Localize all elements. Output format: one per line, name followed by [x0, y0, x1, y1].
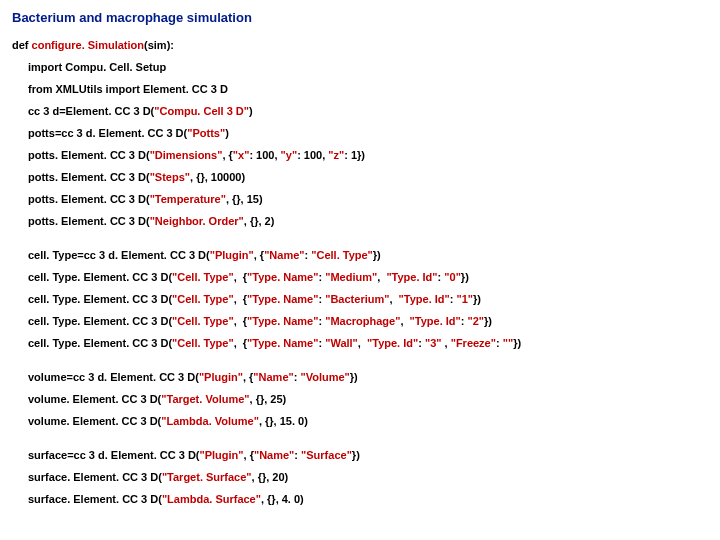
code-text: cc 3 d=Element. CC 3 D( [28, 105, 154, 117]
code-text: cell. Type. Element. CC 3 D( [28, 271, 172, 283]
string-literal: "z" [328, 149, 344, 161]
code-text: , { [234, 337, 247, 349]
string-literal: "Target. Surface" [162, 471, 252, 483]
string-literal: "Medium" [325, 271, 377, 283]
code-line: cell. Type. Element. CC 3 D("Cell. Type"… [12, 315, 708, 327]
string-literal: "Temperature" [150, 193, 226, 205]
code-text: surface=cc 3 d. Element. CC 3 D( [28, 449, 199, 461]
string-literal: "Cell. Type" [172, 337, 234, 349]
code-line: volume. Element. CC 3 D("Lambda. Volume"… [12, 415, 708, 427]
code-text: , {}, 4. 0) [261, 493, 304, 505]
code-text: : 100, [297, 149, 328, 161]
blank-line [12, 237, 708, 249]
code-text: , {}, 10000) [190, 171, 245, 183]
code-line: surface=cc 3 d. Element. CC 3 D("Plugin"… [12, 449, 708, 461]
code-text: , {}, 15. 0) [259, 415, 308, 427]
code-text: }) [350, 371, 358, 383]
code-text: }) [484, 315, 492, 327]
code-text: , {}, 25) [250, 393, 287, 405]
string-literal: "Type. Name" [247, 337, 318, 349]
string-literal: "" [503, 337, 513, 349]
code-line: cell. Type. Element. CC 3 D("Cell. Type"… [12, 293, 708, 305]
code-text: , [358, 337, 367, 349]
code-text: potts=cc 3 d. Element. CC 3 D( [28, 127, 187, 139]
string-literal: "Name" [253, 371, 293, 383]
string-literal: "Cell. Type" [172, 271, 234, 283]
code-text: , {}, 15) [226, 193, 263, 205]
code-text: cell. Type. Element. CC 3 D( [28, 337, 172, 349]
code-text: , [389, 293, 398, 305]
code-text: : [418, 337, 425, 349]
code-text: }) [373, 249, 381, 261]
code-text: , { [234, 293, 247, 305]
code-text: }) [513, 337, 521, 349]
code-text: volume. Element. CC 3 D( [28, 415, 161, 427]
string-literal: "Cell. Type" [172, 293, 234, 305]
string-literal: "0" [444, 271, 461, 283]
code-text: , { [243, 371, 253, 383]
code-text: import Compu. Cell. Setup [28, 61, 166, 73]
string-literal: "Cell. Type" [311, 249, 373, 261]
code-line: from XMLUtils import Element. CC 3 D [12, 83, 708, 95]
code-text: volume=cc 3 d. Element. CC 3 D( [28, 371, 199, 383]
code-text: , {}, 20) [252, 471, 289, 483]
code-line: potts. Element. CC 3 D("Neighbor. Order"… [12, 215, 708, 227]
string-literal: "Type. Id" [367, 337, 418, 349]
code-line: cell. Type=cc 3 d. Element. CC 3 D("Plug… [12, 249, 708, 261]
code-text: : 1}) [344, 149, 365, 161]
code-block: def configure. Simulation(sim):import Co… [12, 39, 708, 505]
code-text: cell. Type. Element. CC 3 D( [28, 293, 172, 305]
string-literal: "Lambda. Surface" [162, 493, 261, 505]
string-literal: "y" [281, 149, 298, 161]
code-text: , { [222, 149, 232, 161]
code-text: }) [352, 449, 360, 461]
code-text: , [377, 271, 386, 283]
code-line: potts. Element. CC 3 D("Dimensions", {"x… [12, 149, 708, 161]
code-text: from XMLUtils import Element. CC 3 D [28, 83, 228, 95]
code-line: def configure. Simulation(sim): [12, 39, 708, 51]
string-literal: "Type. Id" [399, 293, 450, 305]
string-literal: "Plugin" [199, 371, 243, 383]
string-literal: "Steps" [150, 171, 190, 183]
string-literal: "Plugin" [210, 249, 254, 261]
code-text: surface. Element. CC 3 D( [28, 471, 162, 483]
string-literal: "Bacterium" [325, 293, 389, 305]
code-line: volume=cc 3 d. Element. CC 3 D("Plugin",… [12, 371, 708, 383]
string-literal: "Freeze" [451, 337, 496, 349]
string-literal: "Lambda. Volume" [161, 415, 259, 427]
string-literal: "Type. Id" [410, 315, 461, 327]
string-literal: "Compu. Cell 3 D" [154, 105, 249, 117]
code-text: potts. Element. CC 3 D( [28, 171, 150, 183]
string-literal: "Potts" [187, 127, 225, 139]
slide-title: Bacterium and macrophage simulation [12, 10, 708, 25]
code-text: : [496, 337, 503, 349]
string-literal: "Target. Volume" [161, 393, 249, 405]
code-line: potts=cc 3 d. Element. CC 3 D("Potts") [12, 127, 708, 139]
code-text: ) [225, 127, 229, 139]
code-text: , { [244, 449, 254, 461]
code-text: def [12, 39, 32, 51]
code-text: }) [473, 293, 481, 305]
string-literal: "Type. Id" [386, 271, 437, 283]
code-text: volume. Element. CC 3 D( [28, 393, 161, 405]
code-text: potts. Element. CC 3 D( [28, 193, 150, 205]
code-text: }) [461, 271, 469, 283]
string-literal: "x" [233, 149, 250, 161]
string-literal: "Type. Name" [247, 315, 318, 327]
code-text: , { [234, 271, 247, 283]
string-literal: "Macrophage" [325, 315, 400, 327]
string-literal: "Dimensions" [150, 149, 223, 161]
code-line: surface. Element. CC 3 D("Lambda. Surfac… [12, 493, 708, 505]
string-literal: "Volume" [300, 371, 349, 383]
code-text: , { [254, 249, 264, 261]
code-text: , { [234, 315, 247, 327]
blank-line [12, 359, 708, 371]
code-text: potts. Element. CC 3 D( [28, 149, 150, 161]
code-text: : [461, 315, 468, 327]
code-text: potts. Element. CC 3 D( [28, 215, 150, 227]
string-literal: "Name" [254, 449, 294, 461]
code-text: : [450, 293, 457, 305]
string-literal: "Plugin" [199, 449, 243, 461]
string-literal: "1" [457, 293, 474, 305]
code-line: cell. Type. Element. CC 3 D("Cell. Type"… [12, 271, 708, 283]
